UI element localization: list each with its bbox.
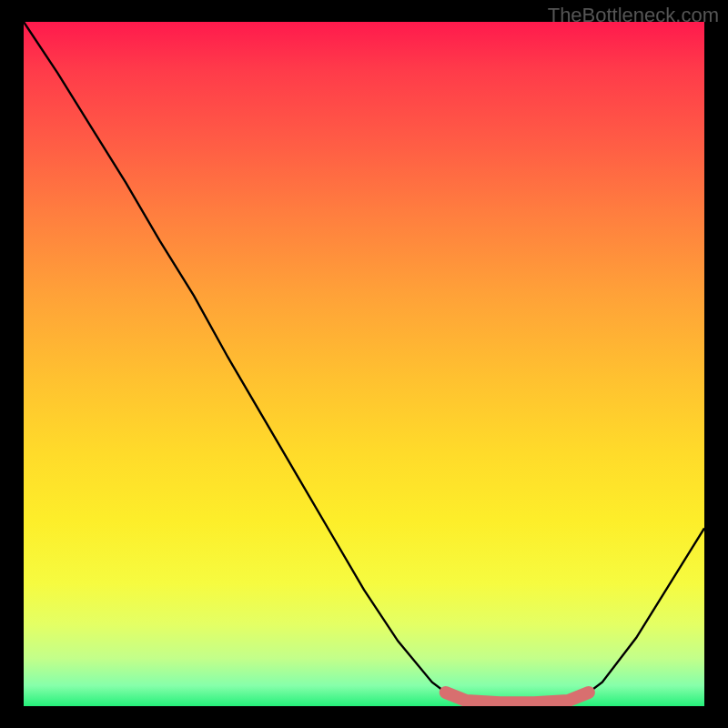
main-curve [24, 22, 704, 703]
curve-svg [24, 22, 704, 706]
highlight-curve [446, 693, 589, 703]
plot-area [24, 22, 704, 706]
watermark-text: TheBottleneck.com [548, 4, 719, 27]
